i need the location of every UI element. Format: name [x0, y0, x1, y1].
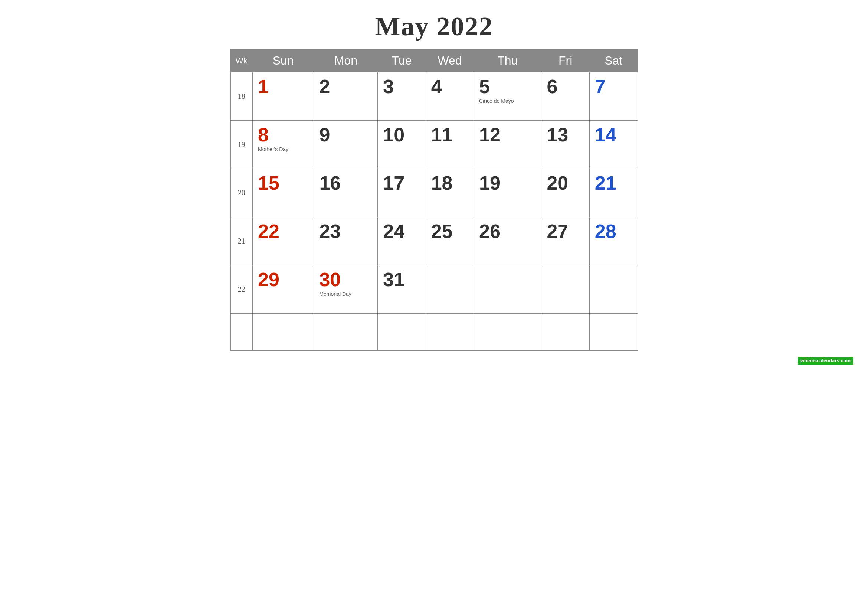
day-number: 8 — [258, 124, 308, 146]
day-number: 2 — [319, 76, 372, 97]
day-number: 31 — [383, 269, 420, 290]
day-cell: 15 — [253, 169, 314, 217]
week-number: 21 — [231, 217, 253, 265]
day-cell: 4 — [426, 72, 474, 121]
wk-cell — [231, 314, 253, 351]
holiday-label: Memorial Day — [319, 291, 372, 297]
mon-header: Mon — [314, 49, 378, 72]
wed-header: Wed — [426, 49, 474, 72]
week-number: 20 — [231, 169, 253, 217]
day-cell: 14 — [589, 121, 637, 169]
day-cell: 20 — [541, 169, 589, 217]
day-number: 16 — [319, 173, 372, 194]
day-number: 23 — [319, 221, 372, 242]
day-number: 25 — [431, 221, 468, 242]
sat-header: Sat — [589, 49, 637, 72]
fri-header: Fri — [541, 49, 589, 72]
day-cell: 2 — [314, 72, 378, 121]
day-cell: 16 — [314, 169, 378, 217]
week-number: 19 — [231, 121, 253, 169]
thu-header: Thu — [474, 49, 541, 72]
day-number: 18 — [431, 173, 468, 194]
watermark-link[interactable]: wheniscalendars.com — [798, 357, 853, 364]
day-number: 22 — [258, 221, 308, 242]
day-number: 13 — [547, 124, 584, 146]
week-row: 198Mother's Day91011121314 — [231, 121, 638, 169]
day-cell: 1 — [253, 72, 314, 121]
empty-day-cell — [314, 314, 378, 351]
day-cell: 23 — [314, 217, 378, 265]
day-number: 29 — [258, 269, 308, 290]
calendar-table: Wk Sun Mon Tue Wed Thu Fri Sat 1812345Ci… — [230, 49, 638, 351]
day-cell: 28 — [589, 217, 637, 265]
day-cell: 6 — [541, 72, 589, 121]
day-cell: 29 — [253, 265, 314, 314]
holiday-label: Cinco de Mayo — [479, 98, 536, 104]
day-number: 7 — [595, 76, 632, 97]
day-number: 26 — [479, 221, 536, 242]
week-row: 2122232425262728 — [231, 217, 638, 265]
week-row: 2015161718192021 — [231, 169, 638, 217]
day-number: 3 — [383, 76, 420, 97]
day-number: 1 — [258, 76, 308, 97]
day-cell: 22 — [253, 217, 314, 265]
day-number: 9 — [319, 124, 372, 146]
header-row: Wk Sun Mon Tue Wed Thu Fri Sat — [231, 49, 638, 72]
week-row: 222930Memorial Day31 — [231, 265, 638, 314]
week-number: 18 — [231, 72, 253, 121]
day-cell: 11 — [426, 121, 474, 169]
tue-header: Tue — [378, 49, 426, 72]
day-number: 4 — [431, 76, 468, 97]
day-cell: 17 — [378, 169, 426, 217]
empty-day-cell — [541, 314, 589, 351]
day-cell — [426, 265, 474, 314]
day-cell — [541, 265, 589, 314]
day-number: 12 — [479, 124, 536, 146]
day-cell: 3 — [378, 72, 426, 121]
day-number: 21 — [595, 173, 632, 194]
day-cell: 21 — [589, 169, 637, 217]
day-cell: 24 — [378, 217, 426, 265]
day-cell: 25 — [426, 217, 474, 265]
day-number: 14 — [595, 124, 632, 146]
day-cell: 5Cinco de Mayo — [474, 72, 541, 121]
empty-day-cell — [426, 314, 474, 351]
sun-header: Sun — [253, 49, 314, 72]
day-cell: 31 — [378, 265, 426, 314]
holiday-label: Mother's Day — [258, 146, 308, 152]
day-cell: 13 — [541, 121, 589, 169]
day-number: 30 — [319, 269, 372, 290]
day-cell: 7 — [589, 72, 637, 121]
day-cell: 18 — [426, 169, 474, 217]
empty-day-cell — [378, 314, 426, 351]
day-number: 28 — [595, 221, 632, 242]
day-cell: 26 — [474, 217, 541, 265]
day-number: 17 — [383, 173, 420, 194]
day-cell: 19 — [474, 169, 541, 217]
day-number: 20 — [547, 173, 584, 194]
day-number: 15 — [258, 173, 308, 194]
day-cell: 8Mother's Day — [253, 121, 314, 169]
day-cell: 10 — [378, 121, 426, 169]
calendar-title: May 2022 — [375, 11, 493, 42]
day-number: 11 — [431, 124, 468, 146]
day-cell — [589, 265, 637, 314]
week-number: 22 — [231, 265, 253, 314]
wk-header: Wk — [231, 49, 253, 72]
day-cell: 9 — [314, 121, 378, 169]
day-number: 10 — [383, 124, 420, 146]
day-number: 5 — [479, 76, 536, 97]
day-number: 6 — [547, 76, 584, 97]
day-cell: 27 — [541, 217, 589, 265]
empty-day-cell — [253, 314, 314, 351]
empty-day-cell — [589, 314, 637, 351]
day-cell — [474, 265, 541, 314]
week-row: 1812345Cinco de Mayo67 — [231, 72, 638, 121]
empty-day-cell — [474, 314, 541, 351]
day-cell: 30Memorial Day — [314, 265, 378, 314]
day-number: 27 — [547, 221, 584, 242]
day-number: 24 — [383, 221, 420, 242]
empty-row — [231, 314, 638, 351]
watermark[interactable]: wheniscalendars.com — [798, 358, 853, 364]
day-cell: 12 — [474, 121, 541, 169]
